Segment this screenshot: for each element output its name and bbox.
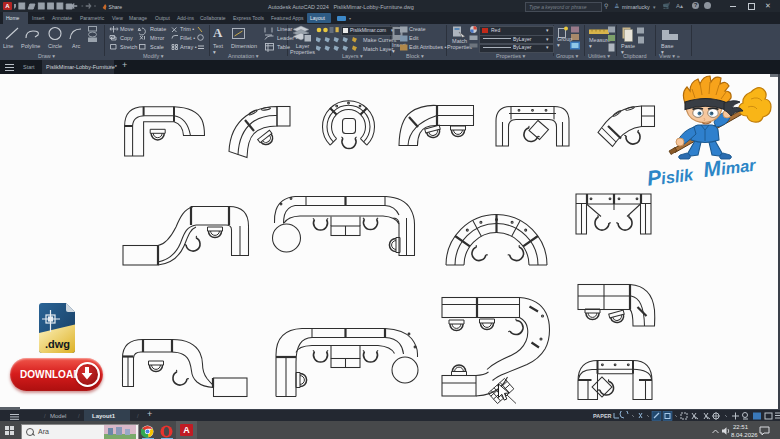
svg-text:Pislik: Pislik: [646, 161, 695, 190]
svg-text:.dwg: .dwg: [45, 338, 70, 350]
svg-text:Mimar: Mimar: [702, 154, 758, 181]
svg-text:Share: Share: [109, 4, 123, 10]
